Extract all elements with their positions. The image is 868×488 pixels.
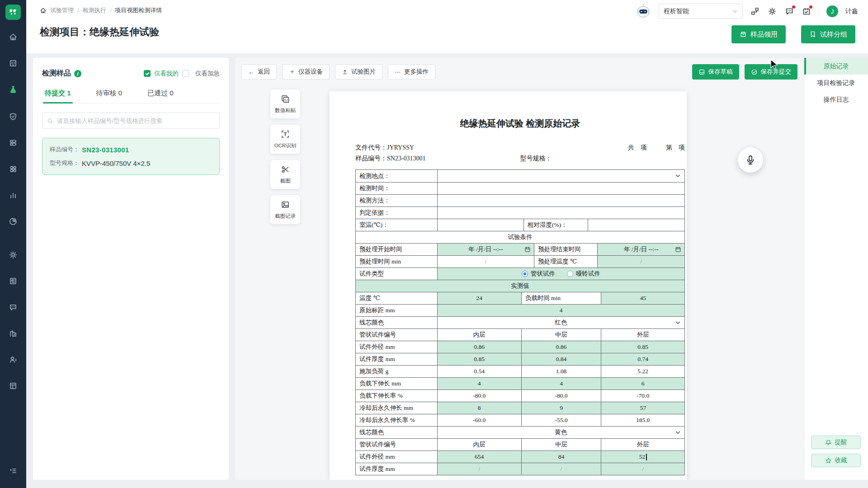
todo-calendar-icon[interactable] [802, 6, 811, 16]
tab-project-inspection-record[interactable]: 项目检验记录 [804, 75, 868, 91]
calendar-icon[interactable] [524, 246, 531, 254]
record-input-cell[interactable]: -60.0 [437, 414, 521, 426]
record-input-cell[interactable]: 0.85 [601, 341, 684, 353]
record-input-cell[interactable] [588, 219, 684, 231]
user-avatar[interactable]: J [826, 5, 838, 17]
record-input-cell[interactable]: 8 [437, 402, 521, 414]
record-input-cell[interactable]: 内层 [437, 439, 521, 450]
info-icon[interactable]: i [74, 70, 81, 77]
record-input-cell[interactable]: 4 [437, 305, 684, 316]
record-input-cell[interactable]: 内层 [437, 329, 521, 341]
record-input-cell[interactable]: 5.22 [601, 366, 684, 377]
record-input-cell[interactable]: 0.84 [521, 353, 601, 365]
record-input-cell[interactable]: -80.0 [437, 390, 521, 402]
chevron-down-icon[interactable] [675, 173, 681, 181]
breadcrumb-home-icon[interactable] [40, 7, 47, 14]
record-input-cell[interactable]: -55.0 [521, 414, 601, 426]
user-settings-icon[interactable] [5, 352, 21, 368]
chat-icon[interactable] [5, 299, 21, 315]
record-input-cell[interactable]: 1.08 [521, 366, 601, 377]
radio-unselected-icon[interactable] [567, 271, 573, 277]
shield-check-icon[interactable] [5, 108, 21, 125]
org-building-icon[interactable] [5, 55, 21, 71]
settings-gear-icon[interactable] [767, 6, 777, 16]
tool-ocr[interactable]: OCR识别 [270, 125, 300, 154]
record-input-cell[interactable]: 红色 [437, 317, 684, 328]
sample-search[interactable] [42, 113, 220, 129]
record-input-cell[interactable]: 0.86 [437, 341, 521, 353]
favorite-button[interactable]: 收藏 [811, 454, 861, 467]
record-input-cell[interactable]: -80.0 [521, 390, 601, 402]
record-input-cell[interactable]: 4 [437, 378, 521, 389]
only-urgent-checkbox[interactable] [182, 70, 189, 77]
record-input-cell[interactable]: 24 [437, 292, 521, 304]
record-input-cell[interactable]: / [597, 256, 684, 267]
tool-paste-number[interactable]: 12数值粘贴 [270, 89, 300, 118]
collapse-menu-icon[interactable] [5, 463, 21, 479]
record-input-cell[interactable]: / [437, 256, 534, 267]
record-input-cell[interactable]: 外层 [601, 329, 684, 341]
robot-assistant-icon[interactable] [635, 4, 651, 19]
tool-screenshot-record[interactable]: 截图记录 [270, 195, 300, 224]
tool-scissors[interactable]: 截图 [270, 160, 300, 189]
record-input-cell[interactable]: 84 [521, 451, 601, 463]
record-input-cell[interactable]: 中层 [521, 329, 601, 341]
messages-icon[interactable] [784, 6, 794, 16]
tab-pending-review[interactable]: 待审核 0 [96, 89, 123, 103]
layout-icon[interactable] [5, 378, 21, 394]
tab-pending-submit[interactable]: 待提交 1 [45, 89, 71, 103]
record-input-cell[interactable]: 52 [601, 451, 684, 463]
save-draft-button[interactable]: 保存草稿 [692, 64, 739, 80]
bar-chart-icon[interactable] [5, 187, 21, 203]
pie-chart-icon[interactable] [5, 213, 21, 230]
breadcrumb-item[interactable]: 试验管理 [50, 6, 74, 14]
record-input-cell[interactable]: -70.0 [601, 390, 684, 402]
microphone-button[interactable] [738, 147, 763, 173]
workspace-select[interactable]: 程析智能 [659, 4, 743, 19]
record-input-cell[interactable]: 654 [437, 451, 521, 463]
record-input-cell[interactable]: 4 [521, 378, 601, 389]
calendar-icon[interactable] [675, 246, 681, 254]
record-input-cell[interactable] [437, 170, 684, 182]
reminder-button[interactable]: 提醒 [811, 436, 861, 449]
record-input-cell[interactable]: 年 /月/日 --:-- [437, 244, 534, 255]
instrument-button[interactable]: ＋仪器设备 [282, 64, 330, 80]
company-icon[interactable] [5, 325, 21, 342]
only-mine-checkbox[interactable] [144, 70, 151, 77]
tab-original-record[interactable]: 原始记录 [804, 58, 868, 75]
tab-operation-log[interactable]: 操作日志 [804, 91, 868, 108]
server-icon[interactable] [5, 135, 21, 151]
specimen-group-button[interactable]: 试样分组 [801, 25, 855, 43]
news-icon[interactable] [5, 273, 21, 289]
apps-icon[interactable] [5, 161, 21, 177]
breadcrumb-item[interactable]: 检测执行 [83, 6, 106, 14]
only-urgent-label[interactable]: 仅看加急 [195, 70, 220, 78]
chevron-down-icon[interactable] [675, 430, 681, 437]
record-input-cell[interactable] [437, 207, 684, 219]
record-input-cell[interactable]: / [601, 463, 684, 475]
record-input-cell[interactable]: 6 [601, 378, 684, 389]
test-image-button[interactable]: 试验图片 [335, 64, 382, 80]
app-logo[interactable] [5, 5, 21, 20]
tab-passed[interactable]: 已通过 0 [147, 89, 174, 103]
record-input-cell[interactable]: 外层 [601, 439, 684, 450]
record-input-cell[interactable]: 年 /月/日 --:-- [597, 244, 684, 255]
record-input-cell[interactable]: 管状试件哑铃试件 [437, 268, 684, 280]
more-actions-button[interactable]: ⋯更多操作 [388, 64, 435, 80]
home-icon[interactable] [5, 29, 21, 45]
experiment-flask-icon[interactable] [5, 81, 21, 98]
record-input-cell[interactable]: 0.85 [437, 353, 521, 365]
record-input-cell[interactable]: 中层 [521, 439, 601, 450]
record-input-cell[interactable]: 45 [601, 292, 684, 304]
sample-claim-button[interactable]: 样品领用 [731, 25, 786, 43]
record-input-cell[interactable]: 0.74 [601, 353, 684, 365]
record-input-cell[interactable]: 185.0 [601, 414, 684, 426]
sample-card[interactable]: 样品编号： SN23-0313001 型号规格： KVVP-450/750V 4… [42, 138, 220, 175]
record-input-cell[interactable]: 9 [521, 402, 601, 414]
chevron-down-icon[interactable] [675, 320, 681, 328]
back-button[interactable]: ←返回 [241, 64, 277, 80]
settings-gear-icon[interactable] [5, 247, 21, 263]
record-input-cell[interactable] [437, 195, 684, 206]
record-input-cell[interactable]: 57 [601, 402, 684, 414]
record-input-cell[interactable]: 0.54 [437, 366, 521, 377]
